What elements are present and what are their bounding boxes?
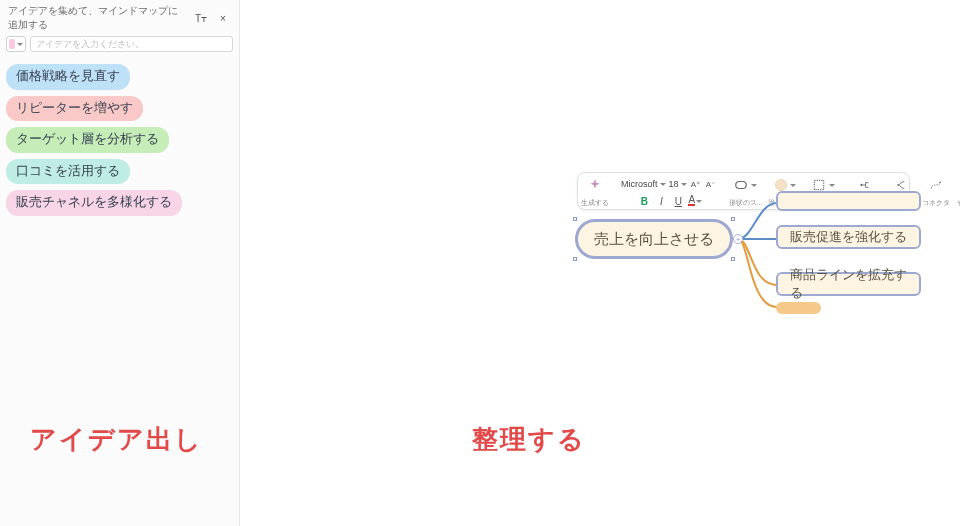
swatch-icon [9, 39, 15, 49]
resize-handle[interactable] [731, 217, 735, 221]
add-child-button[interactable]: + [733, 234, 743, 244]
branch-icon [895, 178, 909, 192]
chevron-down-icon [681, 183, 687, 186]
italic-button[interactable]: I [655, 195, 667, 207]
svg-point-2 [860, 184, 862, 186]
chevron-down-icon [696, 200, 702, 203]
other-button[interactable]: その他 [956, 198, 960, 209]
input-row [0, 36, 239, 58]
central-node[interactable]: 売上を向上させる [575, 219, 733, 259]
font-select[interactable]: Microsoft [621, 179, 666, 189]
underline-button[interactable]: U [672, 195, 684, 207]
idea-chip[interactable]: 口コミを活用する [6, 159, 130, 185]
decrease-font-button[interactable]: A⁻ [705, 178, 717, 190]
child-node[interactable]: 販売促進を強化する [776, 225, 921, 249]
shape-style-button[interactable]: 形状のス... [729, 198, 763, 209]
chevron-down-icon [790, 184, 796, 187]
child-node-stub-top[interactable] [776, 191, 921, 211]
connector-button[interactable]: コネクタ [922, 198, 950, 209]
more-icon: ··· [957, 175, 960, 195]
chevron-down-icon [829, 184, 835, 187]
overlay-label-right: 整理する [472, 422, 586, 457]
resize-handle[interactable] [731, 257, 735, 261]
text-size-icon[interactable]: Tᴛ [193, 10, 209, 26]
child-node-stub[interactable] [776, 302, 821, 314]
font-size-select[interactable]: 18 [669, 179, 687, 189]
panel-title: アイデアを集めて、マインドマップに追加する [8, 4, 187, 32]
idea-chip[interactable]: 価格戦略を見直す [6, 64, 130, 90]
chevron-down-icon [751, 184, 757, 187]
resize-handle[interactable] [573, 257, 577, 261]
idea-input[interactable] [30, 36, 233, 52]
overlay-label-left: アイデア出し [30, 422, 203, 457]
svg-rect-0 [736, 182, 747, 189]
ai-logo-icon [588, 178, 602, 192]
chevron-down-icon [17, 43, 23, 46]
idea-chip[interactable]: リピーターを増やす [6, 96, 143, 122]
panel-header: アイデアを集めて、マインドマップに追加する Tᴛ × [0, 0, 239, 36]
svg-rect-1 [815, 180, 824, 189]
font-color-button[interactable]: A [689, 195, 701, 207]
connector-lines [733, 203, 783, 313]
chevron-down-icon [660, 183, 666, 186]
close-icon[interactable]: × [215, 10, 231, 26]
resize-handle[interactable] [573, 217, 577, 221]
child-node[interactable]: 商品ラインを拡充する [776, 272, 921, 296]
color-swatch-picker[interactable] [6, 36, 26, 52]
fill-color-icon [775, 179, 787, 191]
layout-icon [858, 178, 872, 192]
mindmap-canvas[interactable]: 生成する Microsoft 18 A⁺ A⁻ B I U A 形状のス... … [240, 0, 960, 526]
generate-button[interactable]: 生成する [581, 198, 609, 209]
increase-font-button[interactable]: A⁺ [690, 178, 702, 190]
connector-icon [929, 178, 943, 192]
idea-chip[interactable]: ターゲット層を分析する [6, 127, 169, 153]
border-icon [812, 178, 826, 192]
bold-button[interactable]: B [638, 195, 650, 207]
shape-style-icon [734, 178, 748, 192]
idea-list: 価格戦略を見直すリピーターを増やすターゲット層を分析する口コミを活用する販売チャ… [0, 58, 239, 222]
idea-chip[interactable]: 販売チャネルを多様化する [6, 190, 182, 216]
